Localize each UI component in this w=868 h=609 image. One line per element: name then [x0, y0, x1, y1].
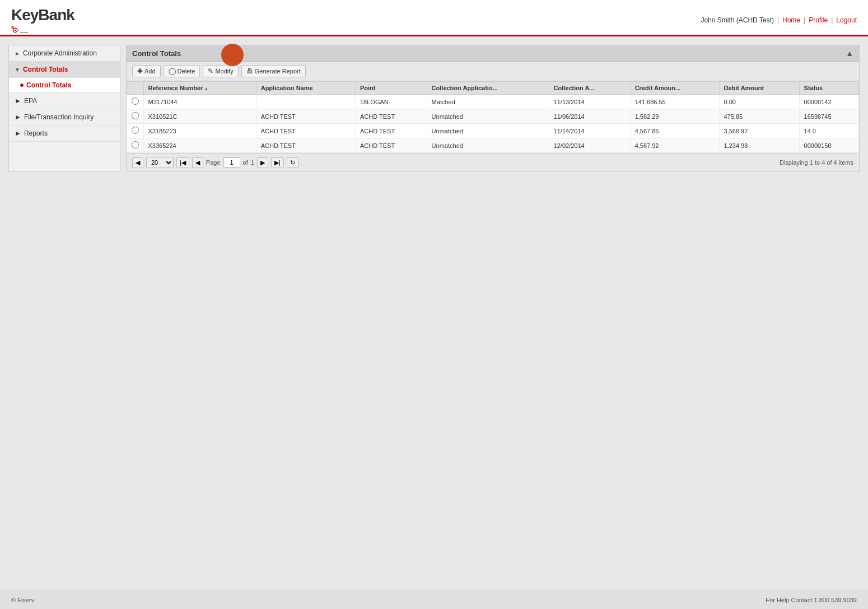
col-reference-number[interactable]: Reference Number▲: [143, 82, 256, 95]
col-status: Status: [799, 82, 858, 95]
prev-page-button[interactable]: ◀: [192, 157, 203, 168]
col-credit-amount: Credit Amoun...: [630, 82, 719, 95]
cell-collection-date: 11/06/2014: [549, 109, 630, 124]
arrow-icon: ►: [15, 50, 20, 57]
dot-icon: [20, 83, 24, 87]
last-page-button[interactable]: ▶|: [271, 157, 284, 168]
row-radio-input[interactable]: [132, 97, 139, 105]
key-icon: ⛢: [8, 23, 21, 35]
cell-collection-date: 12/02/2014: [549, 138, 630, 153]
sidebar-label-epa: EPA: [24, 97, 37, 105]
cell-debit-amount: 0.00: [719, 95, 799, 109]
footer-copyright: © Fiserv: [11, 597, 34, 603]
col-point: Point: [355, 82, 427, 95]
logo-tagline: ⎯⎯: [20, 26, 28, 32]
delete-label: Delete: [178, 68, 195, 75]
cell-application-name: [256, 95, 355, 109]
sidebar: ► Corporate Administration ▼ Control Tot…: [8, 45, 120, 172]
row-radio-input[interactable]: [132, 141, 139, 148]
prev-page-arrow-button[interactable]: ◀: [132, 157, 143, 168]
modify-button[interactable]: ✎ Modify: [203, 65, 238, 77]
cell-point: 18LOGAN-: [355, 95, 427, 109]
table-row[interactable]: X3185223 ACHD TEST ACHD TEST Unmatched 1…: [127, 124, 859, 138]
first-page-button[interactable]: |◀: [176, 157, 189, 168]
cell-collection-date: 11/14/2014: [549, 124, 630, 138]
arrow-epa-icon: ►: [15, 97, 21, 105]
logo-text: KeyBank: [11, 6, 74, 24]
cell-reference-number: M3171044: [143, 95, 256, 109]
page-number-input[interactable]: [223, 157, 240, 168]
arrow-file-icon: ►: [15, 113, 21, 121]
table-row[interactable]: X310521C ACHD TEST ACHD TEST Unmatched 1…: [127, 109, 859, 124]
row-radio-input[interactable]: [132, 112, 139, 119]
home-link[interactable]: Home: [782, 16, 800, 24]
cell-application-name: ACHD TEST: [256, 124, 355, 138]
cell-status: 00000142: [799, 95, 858, 109]
page-label: Page: [206, 159, 221, 166]
profile-link[interactable]: Profile: [809, 16, 828, 24]
sidebar-label-reports: Reports: [24, 129, 48, 137]
modify-icon: ✎: [208, 67, 213, 75]
generate-report-label: Generate Report: [255, 68, 301, 75]
delete-button[interactable]: ◯ Delete: [164, 65, 200, 77]
header-nav: John Smith (ACHD Test) | Home | Profile …: [701, 16, 857, 24]
refresh-button[interactable]: ↻: [287, 157, 298, 168]
cell-debit-amount: 3,568.97: [719, 124, 799, 138]
arrow-down-icon: ▼: [15, 67, 20, 73]
logout-link[interactable]: Logout: [836, 16, 857, 24]
cell-credit-amount: 4,567.92: [630, 138, 719, 153]
row-radio-cell[interactable]: [127, 109, 144, 124]
sidebar-item-reports[interactable]: ► Reports: [9, 125, 120, 142]
toolbar: ✚ Add ◯ Delete ✎ Modify 🖶 Generate Repor…: [127, 62, 859, 81]
cell-collection-date: 11/13/2014: [549, 95, 630, 109]
page-size-select[interactable]: 20 50 100: [146, 157, 174, 168]
cell-reference-number: X310521C: [143, 109, 256, 124]
cell-credit-amount: 4,567.86: [630, 124, 719, 138]
generate-report-button[interactable]: 🖶 Generate Report: [241, 65, 306, 77]
row-radio-cell[interactable]: [127, 124, 144, 138]
report-icon: 🖶: [246, 67, 253, 75]
sidebar-item-file-transaction[interactable]: ► File/Transaction Inquiry: [9, 109, 120, 125]
arrow-reports-icon: ►: [15, 129, 21, 137]
content-title: Control Totals: [132, 49, 181, 58]
cell-debit-amount: 1,234.98: [719, 138, 799, 153]
cell-credit-amount: 141,686.55: [630, 95, 719, 109]
collapse-button[interactable]: ▲: [846, 49, 853, 58]
footer: © Fiserv For Help Contact 1.800.539.9039: [0, 591, 868, 609]
sidebar-item-control-totals-sub[interactable]: Control Totals: [9, 78, 120, 93]
row-radio-input[interactable]: [132, 127, 139, 134]
delete-icon: ◯: [169, 67, 176, 75]
sort-arrow-icon: ▲: [204, 86, 208, 91]
cell-collection-application: Unmatched: [427, 138, 549, 153]
of-label: of: [243, 159, 248, 166]
add-label: Add: [144, 68, 156, 75]
sidebar-label-file-transaction: File/Transaction Inquiry: [24, 113, 94, 121]
cell-credit-amount: 1,562.29: [630, 109, 719, 124]
header-user: John Smith (ACHD Test): [701, 16, 773, 24]
col-application-name: Application Name: [256, 82, 355, 95]
col-select: [127, 82, 144, 95]
content-header: Control Totals ▲: [127, 45, 859, 62]
row-radio-cell[interactable]: [127, 95, 144, 109]
logo-subtext: ⛢ ⎯⎯: [11, 24, 74, 35]
cell-collection-application: Unmatched: [427, 109, 549, 124]
add-button[interactable]: ✚ Add: [132, 65, 161, 77]
data-table: Reference Number▲ Application Name Point…: [127, 81, 859, 153]
footer-help: For Help Contact 1.800.539.9039: [766, 597, 857, 603]
col-debit-amount: Debit Amount: [719, 82, 799, 95]
cell-application-name: ACHD TEST: [256, 109, 355, 124]
sidebar-label-control-totals: Control Totals: [23, 66, 114, 73]
sidebar-item-epa[interactable]: ► EPA: [9, 93, 120, 109]
sidebar-item-corporate-admin[interactable]: ► Corporate Administration: [9, 45, 120, 62]
cell-debit-amount: 475.85: [719, 109, 799, 124]
table-container: Reference Number▲ Application Name Point…: [127, 81, 859, 153]
col-collection-application: Collection Applicatio...: [427, 82, 549, 95]
table-row[interactable]: M3171044 18LOGAN- Matched 11/13/2014 141…: [127, 95, 859, 109]
row-radio-cell[interactable]: [127, 138, 144, 153]
main-container: ► Corporate Administration ▼ Control Tot…: [0, 36, 868, 180]
next-page-button[interactable]: ▶: [257, 157, 268, 168]
table-row[interactable]: X3365224 ACHD TEST ACHD TEST Unmatched 1…: [127, 138, 859, 153]
cell-point: ACHD TEST: [355, 124, 427, 138]
sidebar-item-control-totals-parent[interactable]: ▼ Control Totals: [9, 62, 120, 78]
displaying-text: Displaying 1 to 4 of 4 items: [780, 159, 853, 166]
